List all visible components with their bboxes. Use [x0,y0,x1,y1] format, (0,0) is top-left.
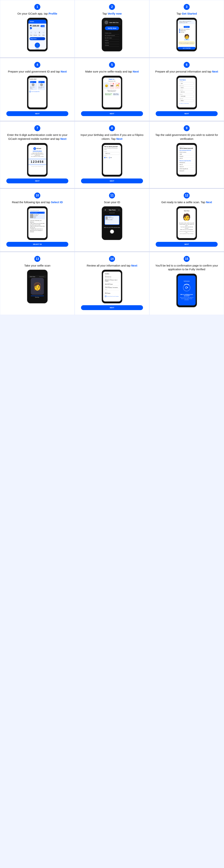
step5-next-button[interactable]: NEXT [81,111,143,116]
id-scan-frame: PhilippineDriver's License DELA CRUZ, JU… [105,216,119,225]
radio-no[interactable]: No [109,157,112,158]
verifying-subtext: Please expect an SMS within 24 hours on … [179,297,194,300]
step-3-cell: 3 Tap Get Started Tell us about yourself… [149,0,224,58]
screen-14: Confirm Name Juan dela Cruz BNS and Dire… [103,272,121,302]
step-4-title: Prepare your valid government ID and tap… [8,70,67,73]
more-icon-item: ··· More [42,31,45,36]
id-philhealth[interactable]: PhilHealth ID [180,162,194,164]
capture-button[interactable] [110,229,114,234]
terms-checkbox[interactable]: ✓ [105,296,106,297]
step-9-cell: 9 Tap the valid government ID you wish t… [149,121,224,188]
step-11-cell: 11 Scan your ID ✕ Take Photo ⚙ Front of … [75,189,149,252]
terms-checkbox-row[interactable]: ✓ I Accept GCash Terms & Conditions [104,295,120,298]
checkbox-icon: ✓ [29,91,31,92]
step-4-number: 4 [34,62,40,68]
lastname-field[interactable]: dela Cruz [180,91,194,93]
step12-next-button[interactable]: NEXT [156,242,218,247]
review-section: Name Juan dela Cruz BNS and Directives A… [104,275,120,291]
scan-close-icon[interactable]: ✕ [105,209,106,211]
step-15-cell: 15 You'll be led to a confirmation page … [149,252,224,315]
list-checkbox-row: ✓ List of accepted IDs [29,91,45,92]
receive-icon: ↓ [34,31,37,34]
step-3-number: 3 [184,4,190,10]
menu-gr-codes[interactable]: My GR Codes [105,37,119,39]
menu-gstore[interactable]: GStore [105,39,119,42]
menu-profile-limits[interactable]: Profile Limits [105,32,119,34]
id-sss[interactable]: SSS ID [180,157,194,159]
selfie-instruction: Walang tali ng buhok...Saling-saling ite… [107,90,117,92]
id-passport[interactable]: Passport [180,155,194,157]
birthdate-field[interactable]: 01/01/1990 [180,95,194,98]
middlename-field[interactable]: Santos [180,86,194,89]
step-9-title: Tap the valid government ID you wish to … [152,133,221,141]
phone-mockup-11: ✕ Take Photo ⚙ Front of ID PhilippineDri… [102,206,122,240]
radio-yes[interactable]: Yes [104,157,107,158]
get-started-button[interactable]: GET STARTED [178,47,196,50]
id-national[interactable]: National ID [180,170,194,172]
step10-select-button[interactable]: SELECT ID [6,242,68,247]
profile-tab[interactable]: 👤 Profile [28,41,46,50]
step-12-title: Get ready to take a selfie scan. Tap Nex… [161,200,212,204]
profile-menu: Profile Limits My Linked Accounts My GR … [103,31,121,47]
gcash-auth-logo: G GCash [33,146,41,151]
features-list: Unlock more products Higher limits Low f… [179,29,195,33]
id-prc[interactable]: PRC ID [180,164,194,166]
screen4-title: Double-sided [29,79,45,80]
review-bns: Allowance or Pension, Sale of Property [105,279,119,282]
step-6-cell: 6 Prepare all your personal information … [149,58,224,121]
screen-1: Hello! ₱7,500.00 Cash In ↑ Send ↓ Rec [28,20,46,50]
menu-voucher[interactable]: Voucher [105,42,119,44]
step6-next-button[interactable]: NEXT [156,111,218,116]
review-nature: Online Shopping / Transactions [105,287,119,288]
selfie-preview-area: 👩 [31,278,44,295]
tell-us-title: Tell us about yourself [104,146,120,147]
scan-face-instructions: Get ready to take a photo of yourself. K… [179,222,194,230]
step-15-number: 15 [184,256,190,262]
step-5-cell: 5 Make sure you're selfie-ready and tap … [75,58,149,121]
menu-linked-accounts[interactable]: My Linked Accounts [105,34,119,37]
step-13-title: Take your selfie scan [24,264,50,268]
tell-us-subtitle: Please complete this information below. [104,148,120,150]
gcash-header-1: Hello! [28,20,46,24]
step14-next-button[interactable]: NEXT [81,305,143,310]
verify-now-button[interactable]: Verify Now [105,26,119,30]
front-of-id-label: Front of ID [109,212,115,214]
scan-instruction-text: Make sure your ID fits inside the frame [104,227,120,228]
screen-9: Step 1 of 3 Tell us about yourself We re… [178,145,196,175]
resend-link[interactable]: Don't you receive it? Resend in 59s [32,166,43,167]
step-14-cell: 14 Review all your information and tap N… [75,252,149,315]
menu-settings[interactable]: Settings [105,44,119,46]
send-icon-item: ↑ Send [30,31,33,36]
pay-icon-item: $ Pay [38,31,41,36]
step-11-number: 11 [109,192,115,198]
step7-next-button[interactable]: NEXT [6,179,68,183]
screen6-header: Full Name [179,79,195,81]
screen3-header: Tell us about yourself, & confirm your i… [178,20,196,24]
step8-next-button[interactable]: NEXT [81,179,143,183]
verification-spinner [183,284,190,291]
step-12-number: 12 [184,192,190,198]
tutorial-link[interactable]: ▶ Watch our tutorial videos [179,102,195,104]
firstname-field[interactable]: Juan [180,82,194,85]
recommended-ids-list: Driver's License UMID Passport SSS ID [179,151,195,159]
step-10-title: Read the following tips and tap Select I… [12,200,63,204]
screen-3: Tell us about yourself, & confirm your i… [178,20,196,50]
id-options-grid: Front Match ang ID photosa ID mo Back Ta… [29,81,45,90]
nationality-field[interactable]: Filipino [180,99,194,102]
profile-icon: 👤 [35,42,40,48]
step-14-number: 14 [109,256,115,262]
step-1-cell: 1 On your GCash app, tap Profile Hello! … [0,0,75,58]
step-5-title: Make sure you're selfie-ready and tap Ne… [85,70,139,73]
protect-box: Protect yourself against scammers [179,42,195,44]
otp-input[interactable]: 123456 [28,159,46,165]
screen15-title: Verification [184,281,190,282]
step4-next-button[interactable]: NEXT [6,111,68,116]
review-address: Address Metro Manila [104,291,120,294]
id-pagibig[interactable]: VHSF (Pag-IBIG ID) [180,168,194,170]
birthday-field[interactable]: 2000-01-31 [104,152,120,155]
id-voters[interactable]: Voter's ID [180,166,194,168]
id-umid[interactable]: UMID [180,153,194,155]
scan-header: ✕ Take Photo ⚙ [103,208,121,212]
step-1-title: On your GCash app, tap Profile [17,12,57,16]
id-drivers-license[interactable]: Driver's License [180,151,194,153]
